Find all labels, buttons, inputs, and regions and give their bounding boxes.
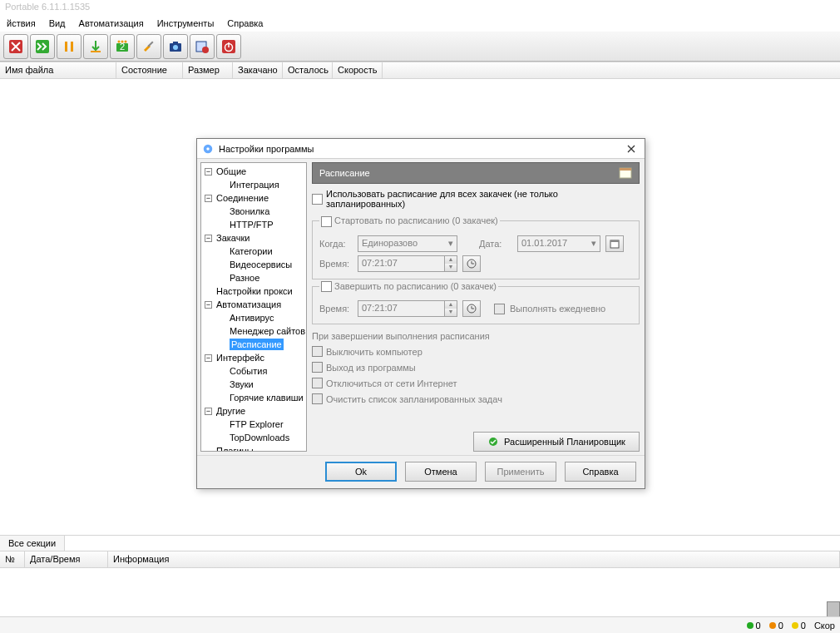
toolbar-power-button[interactable] (216, 34, 241, 59)
tree-downloads[interactable]: −Закачки (201, 231, 306, 245)
svg-point-20 (206, 147, 210, 151)
col-downloaded[interactable]: Закачано (233, 62, 283, 78)
use-schedule-checkbox[interactable] (312, 194, 323, 205)
date-input[interactable]: 01.01.2017▾ (517, 235, 600, 252)
advanced-scheduler-button[interactable]: Расширенный Планировщик (473, 432, 640, 452)
shutdown-label: Выключить компьютер (326, 347, 422, 357)
toolbar: 2 (0, 32, 840, 62)
tree-connection[interactable]: −Соединение (201, 191, 306, 205)
clear-checkbox[interactable] (312, 393, 323, 404)
menu-bar: йствия Вид Автоматизация Инструменты Спр… (0, 15, 840, 32)
start-group: Стартовать по расписанию (0 закачек) Ког… (312, 215, 640, 279)
when-select[interactable]: Единоразово▾ (358, 235, 457, 252)
toolbar-start-button[interactable] (30, 34, 55, 59)
disconnect-checkbox[interactable] (312, 378, 323, 388)
tree-automation[interactable]: −Автоматизация (201, 298, 306, 311)
tab-all-sections[interactable]: Все секции (0, 536, 65, 551)
toolbar-capture-button[interactable] (163, 34, 188, 59)
daily-label: Выполнять ежедневно (510, 304, 605, 314)
tree-hotkeys[interactable]: Горячие клавиши (201, 391, 306, 404)
shutdown-checkbox[interactable] (312, 346, 323, 357)
close-icon (627, 145, 635, 153)
svg-rect-22 (620, 168, 631, 171)
tree-ftp[interactable]: FTP Explorer (201, 418, 306, 431)
tree-topdl[interactable]: TopDownloads (201, 431, 306, 444)
svg-rect-13 (173, 42, 178, 44)
tree-categories[interactable]: Категории (201, 245, 306, 258)
tree-sounds[interactable]: Звуки (201, 378, 306, 391)
close-button[interactable] (623, 142, 640, 156)
tree-sitemgr[interactable]: Менеджер сайтов (201, 324, 306, 338)
svg-text:2: 2 (120, 42, 125, 52)
svg-point-15 (202, 47, 209, 53)
now-button[interactable] (462, 255, 481, 272)
help-button[interactable]: Справка (565, 462, 636, 482)
col-state[interactable]: Состояние (116, 62, 183, 78)
ok-button[interactable]: Ok (325, 462, 397, 482)
calendar-button[interactable] (605, 235, 624, 252)
tree-interface[interactable]: −Интерфейс (201, 351, 306, 364)
finish-now-button[interactable] (462, 300, 481, 317)
toolbar-settings-button[interactable] (136, 34, 161, 59)
cancel-button[interactable]: Отмена (405, 462, 477, 482)
log-col-datetime[interactable]: Дата/Время (25, 551, 108, 567)
svg-point-8 (121, 41, 124, 43)
svg-point-12 (173, 45, 178, 50)
disconnect-label: Отключиться от сети Интернет (326, 378, 457, 388)
tree-misc[interactable]: Разное (201, 271, 306, 284)
window-title: Portable 6.11.1.1535 (0, 0, 840, 15)
scrollbar-thumb[interactable] (827, 601, 840, 618)
toolbar-add-button[interactable] (83, 34, 108, 59)
tree-integration[interactable]: Интеграция (201, 178, 306, 191)
start-time-input[interactable]: 07:21:07▲▼ (358, 255, 457, 272)
clock-icon (467, 259, 477, 269)
log-col-info[interactable]: Информация (108, 551, 840, 567)
chevron-down-icon: ▾ (591, 238, 596, 250)
col-size[interactable]: Размер (183, 62, 233, 78)
use-schedule-label: Использовать расписание для всех закачек… (326, 189, 640, 209)
dialog-title: Настройки программы (219, 144, 314, 154)
start-checkbox[interactable] (321, 216, 332, 227)
toolbar-pause-button[interactable] (57, 34, 82, 59)
log-body (0, 568, 840, 618)
svg-rect-2 (65, 42, 67, 52)
finish-time-input[interactable]: 07:21:07▲▼ (358, 300, 457, 317)
tree-antivirus[interactable]: Антивирус (201, 311, 306, 324)
settings-tree[interactable]: −Общие Интеграция −Соединение Звонилка H… (200, 162, 307, 452)
toolbar-record-button[interactable] (190, 34, 215, 59)
menu-automation[interactable]: Автоматизация (76, 17, 147, 30)
tree-schedule[interactable]: Расписание (201, 338, 306, 351)
when-label: Когда: (319, 239, 353, 249)
svg-point-7 (118, 41, 121, 43)
svg-rect-24 (610, 240, 619, 242)
exit-checkbox[interactable] (312, 362, 323, 373)
col-speed[interactable]: Скорость (333, 62, 383, 78)
tree-video[interactable]: Видеосервисы (201, 258, 306, 271)
status-dot-yellow-icon (792, 622, 798, 629)
menu-view[interactable]: Вид (46, 17, 69, 30)
tree-plugins[interactable]: Плагины (201, 444, 306, 452)
menu-actions[interactable]: йствия (3, 17, 39, 30)
tree-httpftp[interactable]: HTTP/FTP (201, 218, 306, 231)
tree-dialer[interactable]: Звонилка (201, 205, 306, 218)
scheduler-icon (487, 436, 499, 448)
tree-proxy[interactable]: Настройки прокси (201, 284, 306, 298)
finish-group: Завершить по расписанию (0 закачек) Врем… (312, 281, 640, 325)
toolbar-stop-button[interactable] (3, 34, 28, 59)
tree-events[interactable]: События (201, 364, 306, 378)
onfinish-title: При завершении выполнения расписания (312, 331, 640, 341)
col-remaining[interactable]: Осталось (283, 62, 333, 78)
log-col-num[interactable]: № (0, 551, 25, 567)
toolbar-batch-button[interactable]: 2 (110, 34, 135, 59)
tree-general[interactable]: −Общие (201, 165, 306, 178)
menu-help[interactable]: Справка (224, 17, 266, 30)
tree-other[interactable]: −Другие (201, 404, 306, 418)
daily-checkbox[interactable] (494, 304, 505, 314)
calendar-header-icon (619, 166, 632, 180)
col-filename[interactable]: Имя файла (0, 62, 116, 78)
finish-checkbox[interactable] (321, 281, 332, 292)
menu-tools[interactable]: Инструменты (154, 17, 218, 30)
settings-icon (202, 143, 214, 155)
status-dot-orange-icon (769, 622, 776, 629)
apply-button[interactable]: Применить (485, 462, 556, 482)
